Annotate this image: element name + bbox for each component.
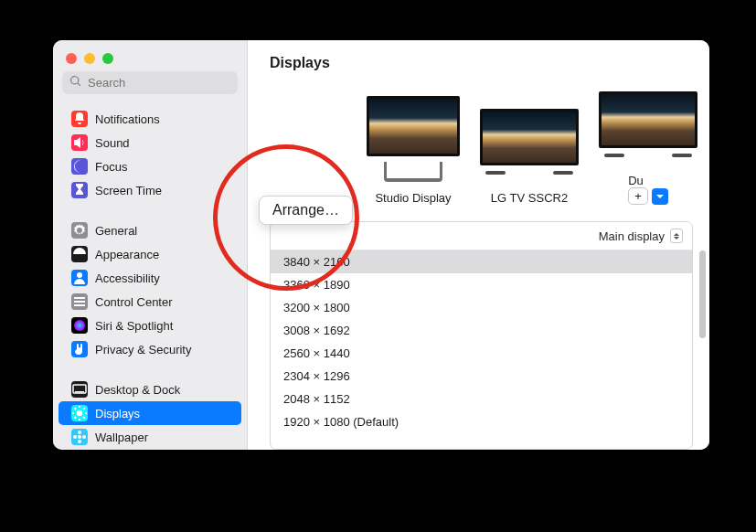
sidebar-item-label: Sound xyxy=(95,136,130,150)
system-settings-window: NotificationsSoundFocusScreen TimeGenera… xyxy=(53,40,709,450)
display-options-button[interactable] xyxy=(652,188,668,205)
resolution-option[interactable]: 3360 × 1890 xyxy=(271,273,692,296)
sidebar-item-appearance[interactable]: Appearance xyxy=(59,242,241,266)
monitor-stand xyxy=(480,171,579,182)
search-input[interactable] xyxy=(88,76,230,90)
svg-point-5 xyxy=(78,435,81,439)
monitor-thumbnail xyxy=(480,109,579,165)
sun-icon xyxy=(71,405,88,421)
hand-icon xyxy=(71,341,88,357)
sidebar-item-privacy-security[interactable]: Privacy & Security xyxy=(59,337,241,361)
monitor-thumbnails: Studio Display LG TV SSCR2 Du + xyxy=(248,75,709,212)
sidebar-item-notifications[interactable]: Notifications xyxy=(59,107,241,131)
sidebar-item-label: Notifications xyxy=(95,112,160,126)
monitor-studio-display[interactable]: Studio Display xyxy=(367,96,460,205)
sidebar-item-screen-saver[interactable]: Screen Saver xyxy=(59,449,241,450)
svg-point-9 xyxy=(82,435,86,439)
sidebar-item-general[interactable]: General xyxy=(59,218,241,242)
flower-icon xyxy=(71,429,88,445)
resolution-option[interactable]: 3200 × 1800 xyxy=(271,296,692,319)
search-field[interactable] xyxy=(62,71,238,94)
appearance-icon xyxy=(71,246,88,262)
resolution-option[interactable]: 1920 × 1080 (Default) xyxy=(271,410,692,433)
sidebar-item-label: Privacy & Security xyxy=(95,343,191,356)
hourglass-icon xyxy=(71,182,88,198)
sidebar-item-label: Control Center xyxy=(95,295,173,309)
resolution-option[interactable]: 2304 × 1296 xyxy=(271,365,692,388)
resolution-list[interactable]: 3840 × 21603360 × 18903200 × 18003008 × … xyxy=(271,250,692,449)
svg-point-4 xyxy=(77,410,82,416)
sidebar-item-label: General xyxy=(95,224,137,238)
minimize-window-button[interactable] xyxy=(84,53,95,64)
svg-point-8 xyxy=(73,435,77,439)
sidebar-item-accessibility[interactable]: Accessibility xyxy=(59,266,241,290)
svg-point-7 xyxy=(78,440,81,443)
sidebar-item-label: Siri & Spotlight xyxy=(95,319,173,333)
gear-icon xyxy=(71,222,88,239)
bell-icon xyxy=(71,111,88,127)
dock-icon xyxy=(71,381,88,398)
traffic-lights xyxy=(53,40,247,71)
monitor-stand xyxy=(599,154,697,165)
sidebar-item-wallpaper[interactable]: Wallpaper xyxy=(59,425,241,449)
sidebar-item-label: Accessibility xyxy=(95,271,160,285)
monitor-label: Studio Display xyxy=(375,191,451,205)
svg-rect-3 xyxy=(75,391,84,393)
use-as-select[interactable]: Main display xyxy=(599,229,683,243)
monitor-lg-tv-sscr2[interactable]: LG TV SSCR2 xyxy=(480,109,579,205)
arrange-button[interactable]: Arrange… xyxy=(259,196,353,225)
svg-point-1 xyxy=(74,320,85,331)
add-display-button[interactable]: + xyxy=(628,187,648,205)
moon-icon xyxy=(71,158,88,175)
zoom-window-button[interactable] xyxy=(102,53,113,64)
search-icon xyxy=(69,75,82,90)
page-title: Displays xyxy=(248,40,709,75)
sidebar-item-label: Screen Time xyxy=(95,184,162,197)
resolution-option[interactable]: 2560 × 1440 xyxy=(271,342,692,365)
sidebar-item-siri-spotlight[interactable]: Siri & Spotlight xyxy=(59,314,241,337)
sidebar-item-label: Desktop & Dock xyxy=(95,383,180,397)
monitor-thumbnail xyxy=(367,96,460,156)
resolution-option[interactable]: 3840 × 2160 xyxy=(271,250,692,273)
stepper-icon xyxy=(670,229,683,243)
monitor-stand xyxy=(384,162,442,182)
resolution-option[interactable]: 3008 × 1692 xyxy=(271,319,692,342)
monitor-label: Du + xyxy=(628,174,668,205)
sidebar-item-displays[interactable]: Displays xyxy=(59,401,241,425)
sidebar-item-desktop-dock[interactable]: Desktop & Dock xyxy=(59,378,241,401)
scrollbar[interactable] xyxy=(699,250,706,338)
siri-icon xyxy=(71,317,88,334)
resolution-option[interactable]: 2048 × 1152 xyxy=(271,388,692,410)
sidebar-item-sound[interactable]: Sound xyxy=(59,131,241,154)
resolution-panel: Main display 3840 × 21603360 × 18903200 … xyxy=(270,221,693,450)
monitor-label: LG TV SSCR2 xyxy=(491,191,568,205)
close-window-button[interactable] xyxy=(66,53,77,64)
use-as-label: Main display xyxy=(599,229,665,243)
monitor-thumbnail xyxy=(599,91,697,148)
speaker-icon xyxy=(71,134,88,151)
sidebar: NotificationsSoundFocusScreen TimeGenera… xyxy=(53,40,248,450)
sidebar-item-label: Wallpaper xyxy=(95,431,148,444)
monitor-du[interactable]: Du + xyxy=(599,91,697,205)
sliders-icon xyxy=(71,293,88,310)
sidebar-item-focus[interactable]: Focus xyxy=(59,154,241,178)
sidebar-item-label: Appearance xyxy=(95,248,159,261)
sidebar-item-screen-time[interactable]: Screen Time xyxy=(59,178,241,202)
sidebar-item-control-center[interactable]: Control Center xyxy=(59,290,241,314)
main-content: Displays Studio Display LG TV SSCR2 Du +… xyxy=(248,40,709,450)
person-icon xyxy=(71,270,88,286)
sidebar-item-label: Displays xyxy=(95,407,140,420)
sidebar-item-label: Focus xyxy=(95,160,127,174)
svg-point-0 xyxy=(77,272,82,278)
svg-point-6 xyxy=(78,431,81,434)
